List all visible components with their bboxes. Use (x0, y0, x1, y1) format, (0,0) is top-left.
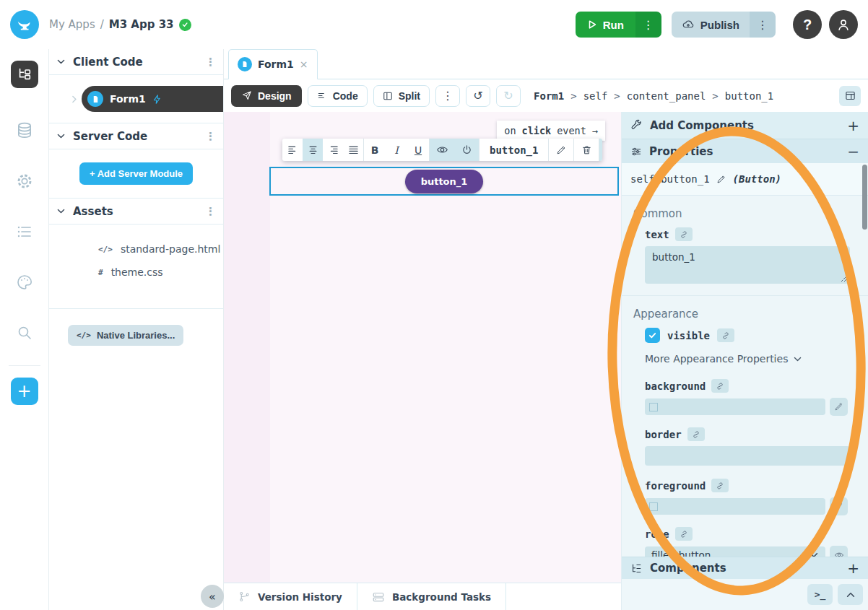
background-color-input[interactable] (645, 398, 825, 415)
design-label: Design (258, 90, 292, 102)
expand-up-button[interactable] (838, 584, 863, 605)
italic-button[interactable]: I (386, 139, 407, 161)
tab-form1[interactable]: Form1 × (228, 49, 318, 79)
assets-menu-icon[interactable]: ⋮ (205, 205, 216, 218)
breadcrumb-my-apps[interactable]: My Apps (49, 18, 95, 31)
add-server-module-button[interactable]: + Add Server Module (79, 162, 193, 185)
align-left-icon[interactable] (282, 139, 303, 161)
asset-theme-css[interactable]: # theme.css (49, 261, 223, 284)
collapse-panel-button[interactable]: « (201, 585, 224, 608)
asset-standard-page[interactable]: </> standard-page.html (49, 238, 223, 261)
border-input[interactable] (645, 446, 850, 466)
assets-header[interactable]: Assets ⋮ (49, 199, 223, 225)
version-history-label: Version History (258, 591, 342, 603)
breadcrumb-button-1[interactable]: button_1 (725, 90, 773, 102)
form1-item[interactable]: Form1 (82, 86, 223, 112)
tab-version-history[interactable]: Version History (224, 583, 357, 610)
chevron-down-icon (793, 354, 802, 364)
split-view-button[interactable]: Split (373, 85, 430, 107)
add-icon[interactable]: + (11, 378, 38, 405)
more-appearance-properties[interactable]: More Appearance Properties (645, 353, 856, 365)
components-header[interactable]: Components + (622, 557, 868, 579)
server-code-menu-icon[interactable]: ⋮ (205, 130, 216, 143)
app-tree-icon[interactable] (11, 61, 38, 88)
role-preview-button[interactable] (830, 546, 848, 557)
role-select[interactable]: filled-button (645, 546, 825, 557)
settings-gear-icon[interactable] (11, 167, 38, 195)
visible-checkbox[interactable] (645, 328, 660, 343)
text-property-input[interactable]: button_1 (645, 246, 850, 284)
add-server-module-label: Add Server Module (97, 168, 183, 179)
terminal-button[interactable]: >_ (807, 584, 833, 605)
database-icon[interactable] (11, 117, 38, 144)
redo-button[interactable]: ↻ (496, 85, 521, 107)
data-binding-link-icon[interactable] (687, 427, 705, 441)
component-name-field[interactable]: button_1 (479, 139, 548, 161)
scrollbar-thumb[interactable] (862, 165, 867, 230)
client-code-menu-icon[interactable]: ⋮ (205, 56, 216, 69)
properties-header[interactable]: Properties − (622, 139, 868, 163)
properties-sliders-icon[interactable] (599, 139, 602, 161)
search-icon[interactable] (11, 319, 38, 347)
data-binding-link-icon[interactable] (675, 527, 693, 541)
align-justify-icon[interactable] (343, 139, 363, 161)
breadcrumb-content-panel[interactable]: content_panel (627, 90, 706, 102)
delete-trash-icon[interactable] (574, 139, 599, 161)
visible-eye-icon[interactable] (430, 139, 454, 161)
chevron-right-icon[interactable] (69, 95, 79, 104)
data-binding-link-icon[interactable] (711, 479, 729, 492)
breadcrumb-sep: > (614, 90, 620, 102)
top-bar: My Apps / M3 App 33 Run ⋮ Publish ⋮ ? (0, 0, 868, 49)
foreground-color-picker-button[interactable] (830, 497, 848, 515)
editor-more-options-button[interactable]: ⋮ (435, 85, 460, 107)
event-word-click: click (522, 125, 552, 136)
theme-palette-icon[interactable] (11, 269, 38, 296)
close-icon[interactable]: × (300, 58, 308, 70)
undo-button[interactable]: ↺ (466, 85, 490, 107)
align-right-icon[interactable] (323, 139, 343, 161)
help-button[interactable]: ? (793, 10, 822, 39)
code-view-button[interactable]: Code (308, 85, 368, 107)
code-lines-icon (317, 91, 327, 101)
resize-handle-icon[interactable] (841, 275, 848, 282)
anvil-logo-icon[interactable] (10, 10, 39, 39)
run-options-button[interactable]: ⋮ (635, 12, 661, 38)
form1-row[interactable]: Form1 (49, 75, 223, 123)
align-center-icon[interactable] (303, 139, 323, 161)
foreground-color-input[interactable] (645, 498, 825, 515)
rename-pencil-icon[interactable] (716, 174, 726, 184)
client-code-header[interactable]: Client Code ⋮ (49, 49, 223, 75)
native-libraries-button[interactable]: </> Native Libraries... (68, 325, 183, 346)
on-click-event-tooltip[interactable]: on click event → (497, 121, 605, 141)
underline-button[interactable]: U (407, 139, 429, 161)
split-label: Split (399, 90, 420, 102)
enabled-power-icon[interactable] (454, 139, 479, 161)
breadcrumb-self[interactable]: self (583, 90, 608, 102)
panel-layout-toggle-button[interactable] (839, 86, 861, 106)
account-avatar-button[interactable] (829, 10, 858, 39)
components-title: Components (650, 562, 726, 575)
breadcrumb: My Apps / M3 App 33 (49, 18, 191, 31)
server-code-header[interactable]: Server Code ⋮ (49, 123, 223, 149)
breadcrumb-form1[interactable]: Form1 (534, 90, 564, 102)
run-button[interactable]: Run (576, 12, 635, 38)
edit-pencil-icon[interactable] (549, 139, 573, 161)
bold-button[interactable]: B (364, 139, 386, 161)
add-components-header[interactable]: Add Components + (622, 112, 868, 139)
expand-plus-icon[interactable]: + (847, 559, 859, 577)
eyedropper-icon (834, 402, 843, 411)
list-icon[interactable] (11, 218, 38, 245)
button-1-component[interactable]: button_1 (405, 170, 484, 193)
design-canvas[interactable]: on click event → B I (224, 112, 621, 583)
git-branch-icon (238, 591, 251, 603)
data-binding-link-icon[interactable] (717, 328, 734, 342)
publish-options-button[interactable]: ⋮ (750, 12, 776, 38)
data-binding-link-icon[interactable] (711, 379, 729, 393)
collapse-minus-icon[interactable]: − (847, 143, 859, 160)
publish-button[interactable]: Publish (672, 12, 750, 38)
tab-background-tasks[interactable]: Background Tasks (357, 583, 506, 610)
data-binding-link-icon[interactable] (675, 227, 693, 241)
background-color-picker-button[interactable] (830, 398, 848, 416)
expand-plus-icon[interactable]: + (847, 117, 859, 134)
design-view-button[interactable]: Design (231, 85, 302, 107)
